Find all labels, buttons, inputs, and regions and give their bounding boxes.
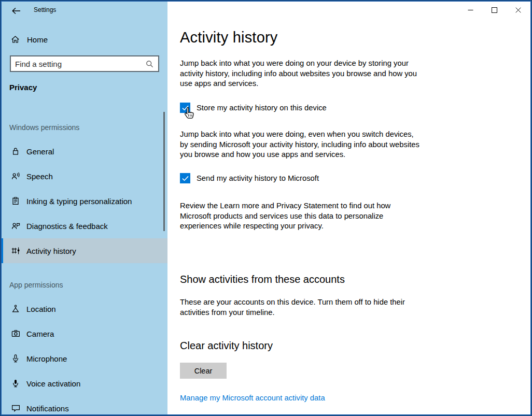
activity-history-icon	[11, 247, 20, 255]
sidebar-section-title: Privacy	[9, 83, 37, 92]
settings-window: Settings Home Privacy Windows permission…	[0, 0, 532, 416]
minimize-button[interactable]	[458, 2, 482, 18]
sidebar-item-speech[interactable]: Speech	[1, 164, 167, 189]
arrow-left-icon	[11, 7, 21, 15]
sidebar-item-diagnostics-feedback[interactable]: Diagnostics & feedback	[1, 213, 167, 238]
sidebar-item-inking-typing[interactable]: Inking & typing personalization	[1, 189, 167, 213]
sidebar-item-label: Diagnostics & feedback	[26, 222, 108, 231]
maximize-button[interactable]	[482, 2, 506, 18]
app-title: Settings	[34, 6, 56, 13]
sidebar-item-label: Inking & typing personalization	[26, 197, 132, 206]
sidebar-item-label: Location	[26, 305, 56, 313]
sidebar-scrollbar-thumb[interactable]	[163, 112, 165, 231]
selected-accent-bar	[1, 238, 3, 263]
sidebar-item-label: Home	[27, 35, 48, 44]
sidebar-item-general[interactable]: General	[1, 139, 167, 164]
checkmark-icon	[182, 176, 189, 181]
accounts-section-heading: Show activities from these accounts	[180, 274, 345, 285]
sidebar-item-label: Notifications	[26, 404, 69, 413]
main-content: Activity history Jump back into what you…	[167, 1, 531, 415]
store-activity-checkbox[interactable]	[180, 103, 190, 113]
store-activity-checkbox-label: Store my activity history on this device	[197, 104, 327, 112]
location-icon	[11, 305, 20, 313]
back-button[interactable]	[7, 4, 25, 18]
sidebar-item-label: Camera	[26, 329, 54, 338]
checkmark-icon	[182, 105, 189, 111]
sidebar-item-notifications[interactable]: Notifications	[1, 396, 167, 416]
home-icon	[11, 35, 20, 44]
inking-icon	[11, 197, 20, 205]
clear-button[interactable]: Clear	[180, 363, 227, 379]
sidebar-item-microphone[interactable]: Microphone	[1, 346, 167, 371]
manage-account-data-link[interactable]: Manage my Microsoft account activity dat…	[180, 394, 325, 402]
page-title: Activity history	[180, 29, 278, 46]
sidebar-item-camera[interactable]: Camera	[1, 321, 167, 346]
search-box	[10, 55, 159, 72]
store-activity-checkbox-row: Store my activity history on this device	[180, 103, 327, 113]
review-text: Review the Learn more and Privacy Statem…	[180, 201, 419, 232]
intro-text: Jump back into what you were doing on yo…	[180, 59, 419, 89]
sidebar-item-activity-history[interactable]: Activity history	[1, 238, 167, 263]
group-header-windows-permissions: Windows permissions	[9, 123, 79, 132]
send-activity-checkbox-row: Send my activity history to Microsoft	[180, 173, 319, 183]
microphone-icon	[11, 354, 20, 363]
clear-section-heading: Clear activity history	[180, 340, 273, 352]
notifications-icon	[11, 404, 20, 412]
diagnostics-icon	[11, 222, 20, 230]
minimize-icon	[468, 7, 473, 13]
send-activity-checkbox[interactable]	[180, 173, 190, 183]
speech-icon	[11, 172, 20, 180]
maximize-icon	[492, 7, 497, 13]
voice-activation-icon	[11, 379, 20, 388]
search-icon[interactable]	[146, 60, 153, 68]
accounts-section-description: These are your accounts on this device. …	[180, 297, 408, 318]
camera-icon	[11, 329, 20, 338]
search-input[interactable]	[11, 56, 146, 71]
close-icon	[515, 7, 521, 13]
sidebar-item-label: Voice activation	[26, 379, 80, 388]
sidebar-item-home[interactable]: Home	[1, 31, 167, 48]
lock-icon	[11, 147, 20, 155]
sidebar: Settings Home Privacy Windows permission…	[1, 1, 167, 415]
sidebar-item-label: Speech	[26, 172, 53, 181]
sidebar-item-label: Microphone	[26, 354, 67, 363]
window-controls	[458, 2, 530, 18]
sidebar-item-label: Activity history	[26, 247, 76, 255]
sidebar-item-voice-activation[interactable]: Voice activation	[1, 371, 167, 396]
sidebar-item-label: General	[26, 147, 54, 156]
send-activity-checkbox-label: Send my activity history to Microsoft	[197, 174, 319, 182]
send-intro-text: Jump back into what you were doing, even…	[180, 130, 419, 160]
group-header-app-permissions: App permissions	[9, 281, 63, 289]
sidebar-item-location[interactable]: Location	[1, 296, 167, 321]
close-button[interactable]	[506, 2, 530, 18]
